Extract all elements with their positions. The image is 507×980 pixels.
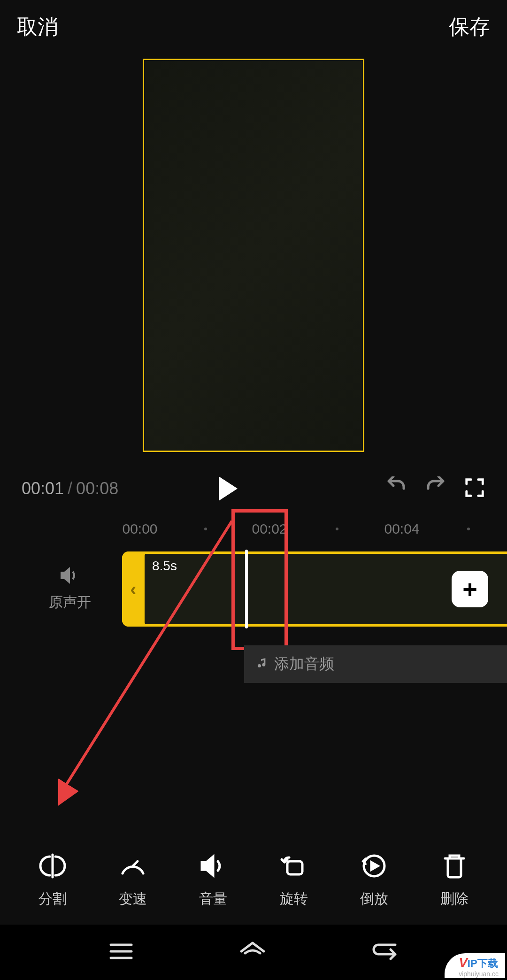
tool-label: 变速 [119,889,147,909]
menu-nav-button[interactable] [108,942,134,963]
video-track[interactable]: 原声开 ‹ 8.5s + [0,551,507,627]
original-sound-toggle[interactable]: 原声开 [49,566,91,612]
play-icon[interactable] [219,476,238,501]
clip-left-handle[interactable]: ‹ [122,551,145,627]
time-display: 00:01 / 00:08 [22,479,118,498]
ruler-mark: 00:00 [122,521,157,537]
ruler-dot [467,528,470,530]
tool-label: 删除 [440,889,469,909]
tool-label: 分割 [38,889,67,909]
redo-button[interactable] [424,476,447,501]
timeline-ruler: 00:00 00:02 00:04 [0,521,507,547]
edit-toolbar: 分割 变速 音量 旋转 [0,852,507,925]
split-icon [38,852,67,880]
video-clip[interactable]: ‹ 8.5s [122,551,507,627]
ruler-mark: 00:04 [384,521,419,537]
volume-icon [199,852,227,880]
watermark-badge: VIP下载 viphuiyuan.cc [445,953,505,978]
reverse-tool[interactable]: 倒放 [360,852,388,909]
tool-label: 倒放 [360,889,388,909]
preview-area [0,54,507,466]
ruler-dot [204,528,207,530]
watermark-url: viphuiyuan.cc [459,971,499,977]
music-note-icon [254,658,268,671]
current-time: 00:01 [22,479,64,498]
cancel-button[interactable]: 取消 [17,13,58,41]
video-preview-frame[interactable] [143,59,364,452]
tool-label: 旋转 [280,889,308,909]
save-button[interactable]: 保存 [449,13,490,41]
back-nav-button[interactable] [371,941,399,964]
timeline: 00:00 00:02 00:04 原声开 ‹ 8.5s + [0,521,507,683]
sound-label: 原声开 [49,593,91,612]
rotate-icon [280,852,308,880]
speaker-icon [49,566,91,588]
add-clip-button[interactable]: + [452,571,488,607]
reverse-icon [360,852,388,880]
audio-track: 添加音频 [0,645,507,683]
undo-button[interactable] [385,476,407,501]
watermark-text: IP下载 [468,957,498,969]
svg-rect-2 [287,861,302,874]
trash-icon [442,852,467,880]
ruler-dot [336,528,338,530]
playback-controls: 00:01 / 00:08 [0,466,507,521]
speed-icon [119,852,147,880]
rotate-tool[interactable]: 旋转 [280,852,308,909]
add-audio-label: 添加音频 [274,654,334,674]
system-nav-bar [0,925,507,980]
delete-tool[interactable]: 删除 [440,852,469,909]
split-tool[interactable]: 分割 [38,852,67,909]
ruler-mark: 00:02 [252,521,287,537]
speed-tool[interactable]: 变速 [119,852,147,909]
tool-label: 音量 [199,889,227,909]
time-separator: / [68,479,72,498]
header-bar: 取消 保存 [0,0,507,54]
total-time: 00:08 [76,479,118,498]
playhead[interactable] [245,550,248,628]
fullscreen-button[interactable] [464,477,485,500]
volume-tool[interactable]: 音量 [199,852,227,909]
clip-duration-label: 8.5s [152,559,177,574]
add-audio-button[interactable]: 添加音频 [244,645,507,683]
home-nav-button[interactable] [238,940,268,965]
